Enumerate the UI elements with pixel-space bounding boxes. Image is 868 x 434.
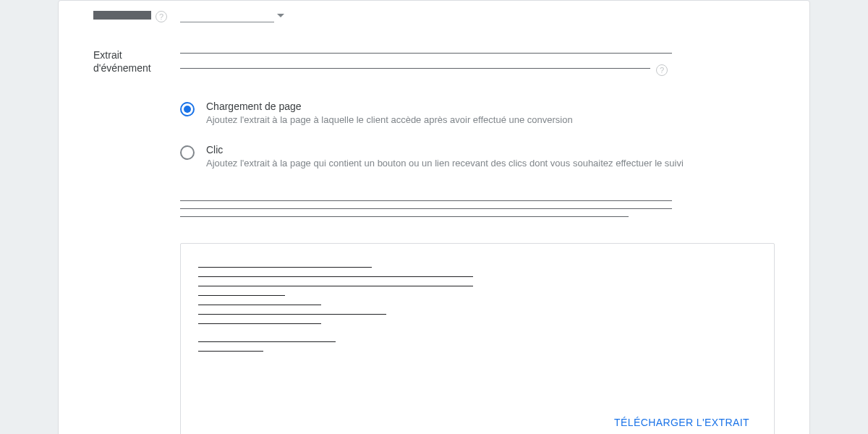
download-snippet-button[interactable]: TÉLÉCHARGER L'EXTRAIT xyxy=(608,411,755,434)
intro-text-redacted: ? xyxy=(180,53,775,76)
dropdown-field[interactable] xyxy=(180,8,775,22)
help-icon[interactable]: ? xyxy=(656,64,668,76)
tag-setup-card: ? Extrait d'événement ? xyxy=(58,0,810,434)
radio-description: Ajoutez l'extrait à la page qui contient… xyxy=(206,157,684,170)
radio-indicator xyxy=(180,145,195,160)
radio-title: Clic xyxy=(206,144,684,156)
event-snippet-label: Extrait d'événement xyxy=(93,49,151,74)
code-snippet-content xyxy=(198,267,757,352)
radio-option-page-load[interactable]: Chargement de page Ajoutez l'extrait à l… xyxy=(180,93,775,137)
post-text-redacted xyxy=(180,200,775,217)
code-snippet-box: TÉLÉCHARGER L'EXTRAIT xyxy=(180,243,775,434)
chevron-down-icon xyxy=(277,14,284,17)
help-icon[interactable]: ? xyxy=(156,11,167,22)
radio-indicator xyxy=(180,102,195,116)
redacted-label xyxy=(93,11,151,20)
field-row-top: ? xyxy=(93,8,775,22)
radio-description: Ajoutez l'extrait à la page à laquelle l… xyxy=(206,114,573,127)
radio-option-click[interactable]: Clic Ajoutez l'extrait à la page qui con… xyxy=(180,137,775,180)
snippet-type-radio-group: Chargement de page Ajoutez l'extrait à l… xyxy=(180,93,775,180)
event-snippet-section: Extrait d'événement ? Chargement de page xyxy=(93,46,775,434)
radio-title: Chargement de page xyxy=(206,101,573,112)
